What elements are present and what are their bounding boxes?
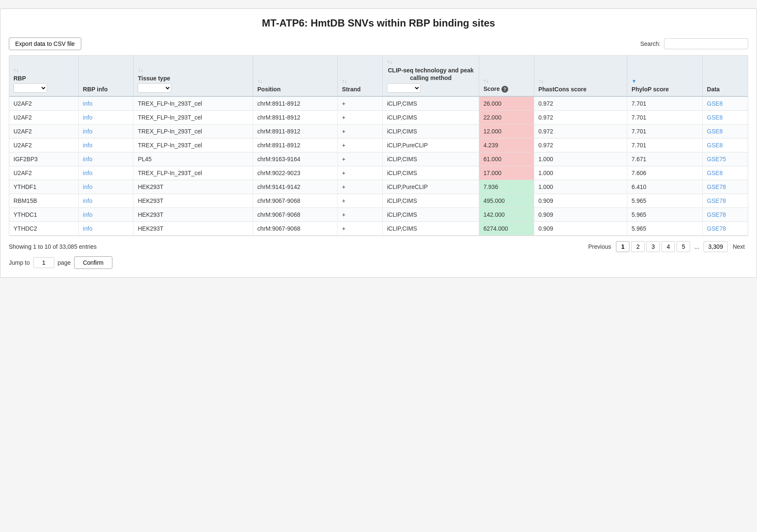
col-header-strand: ↑↓ Strand xyxy=(338,56,383,96)
cell-phylop: 5.965 xyxy=(627,194,703,208)
cell-score: 17.000 xyxy=(479,166,534,180)
cell-data[interactable]: GSE78 xyxy=(703,222,748,236)
cell-data[interactable]: GSE8 xyxy=(703,96,748,111)
export-csv-button[interactable]: Export data to CSV file xyxy=(9,37,81,50)
search-label: Search: xyxy=(640,40,661,47)
table-body: U2AF2 info TREX_FLP-In_293T_cel chrM:891… xyxy=(9,96,748,236)
jump-row: Jump to page Confirm xyxy=(9,256,748,269)
cell-rbp-info[interactable]: info xyxy=(78,180,133,194)
cell-tissue-type: HEK293T xyxy=(133,222,253,236)
cell-position: chrM:8911-8912 xyxy=(253,138,338,152)
pagination-controls: Previous 1 2 3 4 5 ... 3,309 Next xyxy=(585,241,748,252)
table-row: YTHDF1 info HEK293T chrM:9141-9142 + iCL… xyxy=(9,180,748,194)
showing-text: Showing 1 to 10 of 33,085 entries xyxy=(9,243,97,250)
jump-page-input[interactable] xyxy=(33,257,54,268)
cell-tissue-type: TREX_FLP-In_293T_cel xyxy=(133,166,253,180)
page-button-1[interactable]: 1 xyxy=(616,241,629,252)
cell-rbp-info[interactable]: info xyxy=(78,222,133,236)
cell-score: 495.000 xyxy=(479,194,534,208)
sort-phastcons[interactable]: ↑↓ xyxy=(538,78,544,84)
cell-phastcons: 0.972 xyxy=(534,125,627,138)
cell-phastcons: 0.972 xyxy=(534,96,627,111)
page-button-4[interactable]: 4 xyxy=(661,241,675,252)
cell-position: chrM:9067-9068 xyxy=(253,222,338,236)
cell-data[interactable]: GSE75 xyxy=(703,152,748,166)
cell-phastcons: 1.000 xyxy=(534,152,627,166)
cell-rbp-info[interactable]: info xyxy=(78,152,133,166)
col-header-phastcons: ↑↓ PhastCons score xyxy=(534,56,627,96)
tissue-type-filter-dropdown[interactable] xyxy=(138,83,171,93)
cell-tissue-type: HEK293T xyxy=(133,208,253,222)
cell-score: 4.239 xyxy=(479,138,534,152)
cell-tissue-type: TREX_FLP-In_293T_cel xyxy=(133,96,253,111)
cell-rbp-info[interactable]: info xyxy=(78,166,133,180)
jump-label: Jump to xyxy=(9,259,30,266)
page-button-5[interactable]: 5 xyxy=(677,241,690,252)
table-row: RBM15B info HEK293T chrM:9067-9068 + iCL… xyxy=(9,194,748,208)
cell-clip-seq: iCLIP,CIMS xyxy=(383,208,479,222)
sort-clip-seq[interactable]: ↑↓ xyxy=(387,59,392,65)
sort-phylop[interactable]: ▼ xyxy=(632,78,637,84)
previous-button[interactable]: Previous xyxy=(585,242,614,252)
page-button-3[interactable]: 3 xyxy=(646,241,660,252)
cell-tissue-type: TREX_FLP-In_293T_cel xyxy=(133,138,253,152)
cell-data[interactable]: GSE8 xyxy=(703,166,748,180)
search-input[interactable] xyxy=(664,38,748,49)
cell-rbp-info[interactable]: info xyxy=(78,138,133,152)
score-help-icon[interactable]: ? xyxy=(501,86,508,93)
col-header-score: ↑↓ Score ? xyxy=(479,56,534,96)
cell-phylop: 6.410 xyxy=(627,180,703,194)
col-header-rbp-info: RBP info xyxy=(78,56,133,96)
page-button-last[interactable]: 3,309 xyxy=(704,241,728,252)
sort-rbp[interactable]: ↑↓ xyxy=(13,67,19,73)
cell-rbp: RBM15B xyxy=(9,194,78,208)
table-row: U2AF2 info TREX_FLP-In_293T_cel chrM:902… xyxy=(9,166,748,180)
cell-rbp-info[interactable]: info xyxy=(78,111,133,125)
page-button-2[interactable]: 2 xyxy=(631,241,645,252)
sort-position[interactable]: ↑↓ xyxy=(257,78,262,84)
table-header-row: ↑↓ RBP RBP info xyxy=(9,56,748,96)
cell-clip-seq: iCLIP,CIMS xyxy=(383,152,479,166)
toolbar: Export data to CSV file Search: xyxy=(9,37,748,50)
table-row: U2AF2 info TREX_FLP-In_293T_cel chrM:891… xyxy=(9,138,748,152)
cell-phylop: 7.701 xyxy=(627,96,703,111)
cell-clip-seq: iCLIP,PureCLIP xyxy=(383,180,479,194)
cell-phylop: 7.701 xyxy=(627,125,703,138)
cell-phastcons: 0.972 xyxy=(534,111,627,125)
cell-data[interactable]: GSE78 xyxy=(703,180,748,194)
cell-data[interactable]: GSE8 xyxy=(703,111,748,125)
sort-score[interactable]: ↑↓ xyxy=(483,78,488,84)
cell-rbp: U2AF2 xyxy=(9,125,78,138)
cell-phylop: 5.965 xyxy=(627,208,703,222)
col-header-data: Data xyxy=(703,56,748,96)
cell-rbp: YTHDC1 xyxy=(9,208,78,222)
table-row: U2AF2 info TREX_FLP-In_293T_cel chrM:891… xyxy=(9,125,748,138)
cell-phylop: 5.965 xyxy=(627,222,703,236)
cell-strand: + xyxy=(338,111,383,125)
table-row: YTHDC2 info HEK293T chrM:9067-9068 + iCL… xyxy=(9,222,748,236)
clip-seq-filter-dropdown[interactable] xyxy=(387,83,421,93)
next-button[interactable]: Next xyxy=(729,242,748,252)
cell-rbp-info[interactable]: info xyxy=(78,194,133,208)
sort-tissue-type[interactable]: ↑↓ xyxy=(138,67,143,73)
confirm-button[interactable]: Confirm xyxy=(74,256,112,269)
cell-position: chrM:8911-8912 xyxy=(253,111,338,125)
rbp-filter-dropdown[interactable] xyxy=(13,83,47,93)
col-header-rbp: ↑↓ RBP xyxy=(9,56,78,96)
cell-rbp-info[interactable]: info xyxy=(78,208,133,222)
sort-strand[interactable]: ↑↓ xyxy=(342,78,347,84)
col-header-tissue-type: ↑↓ Tissue type xyxy=(133,56,253,96)
cell-tissue-type: HEK293T xyxy=(133,180,253,194)
cell-data[interactable]: GSE78 xyxy=(703,208,748,222)
cell-data[interactable]: GSE8 xyxy=(703,125,748,138)
cell-data[interactable]: GSE78 xyxy=(703,194,748,208)
cell-position: chrM:9022-9023 xyxy=(253,166,338,180)
cell-score: 12.000 xyxy=(479,125,534,138)
cell-phastcons: 0.909 xyxy=(534,194,627,208)
cell-phastcons: 0.972 xyxy=(534,138,627,152)
col-header-position: ↑↓ Position xyxy=(253,56,338,96)
cell-data[interactable]: GSE8 xyxy=(703,138,748,152)
cell-rbp-info[interactable]: info xyxy=(78,125,133,138)
cell-position: chrM:8911-8912 xyxy=(253,96,338,111)
cell-rbp-info[interactable]: info xyxy=(78,96,133,111)
